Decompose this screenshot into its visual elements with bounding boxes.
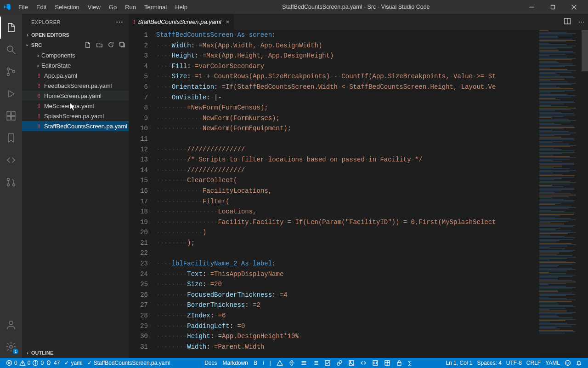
feedback-icon[interactable] — [562, 358, 573, 368]
svg-point-15 — [7, 184, 10, 186]
svg-point-44 — [565, 361, 571, 366]
bulb-icon — [45, 360, 52, 366]
yaml-file-icon: ! — [35, 72, 43, 79]
status-yaml-check[interactable]: ✓ yaml — [62, 358, 85, 368]
file-home[interactable]: ! HomeScreen.pa.yaml — [22, 91, 129, 101]
menu-edit[interactable]: Edit — [33, 2, 50, 12]
svg-rect-1 — [551, 5, 554, 9]
strike-icon[interactable] — [286, 358, 297, 368]
accounts-activity[interactable] — [0, 314, 22, 336]
notifications-icon[interactable] — [573, 358, 584, 368]
menu-run[interactable]: Run — [121, 2, 140, 12]
status-eol[interactable]: CRLF — [524, 358, 543, 368]
editor-body[interactable]: 1234567891011121314151617181920212223242… — [129, 30, 588, 358]
search-activity[interactable] — [0, 39, 22, 61]
file-app[interactable]: ! App.pa.yaml — [22, 70, 129, 80]
new-file-icon[interactable] — [85, 41, 91, 49]
src-label: SRC — [31, 42, 42, 48]
image-icon[interactable] — [346, 358, 357, 368]
file-feedback[interactable]: ! FeedbackScreen.pa.yaml — [22, 80, 129, 91]
file-me[interactable]: ! MeScreen.pa.yaml — [22, 101, 129, 111]
scrollbar-thumb[interactable] — [582, 30, 588, 71]
tab-staffbedcounts[interactable]: ! StaffBedCountsScreen.pa.yaml × — [129, 14, 234, 30]
checkbox-icon[interactable] — [322, 358, 333, 368]
vscode-logo-icon — [4, 3, 11, 11]
svg-point-17 — [9, 321, 13, 325]
status-markdown[interactable]: Markdown — [220, 358, 250, 368]
src-section[interactable]: › SRC — [22, 40, 129, 50]
status-docs[interactable]: Docs — [202, 358, 219, 368]
source-control-activity[interactable] — [0, 61, 22, 83]
svg-point-38 — [350, 362, 351, 362]
code-icon[interactable] — [358, 358, 369, 368]
refresh-icon[interactable] — [107, 41, 114, 49]
settings-badge: 1 — [13, 349, 18, 354]
sidebar-more-icon[interactable]: ⋯ — [116, 17, 124, 26]
status-italic[interactable]: i — [260, 358, 266, 368]
yaml-file-icon: ! — [133, 18, 135, 25]
vertical-scrollbar[interactable] — [582, 30, 588, 358]
list-icon[interactable] — [298, 358, 309, 368]
lock-icon[interactable] — [394, 358, 405, 368]
editor-tabs: ! StaffBedCountsScreen.pa.yaml × ⋯ — [129, 14, 588, 30]
folder-editorstate[interactable]: › EditorState — [22, 60, 129, 70]
status-bold[interactable]: B — [251, 358, 260, 368]
minimap[interactable] — [537, 30, 582, 358]
minimize-button[interactable] — [521, 0, 542, 14]
tab-close-icon[interactable]: × — [226, 18, 230, 25]
git-pr-activity[interactable] — [0, 171, 22, 193]
open-editors-section[interactable]: › OPEN EDITORS — [22, 30, 129, 40]
status-language[interactable]: YAML — [543, 358, 562, 368]
chevron-right-icon: › — [24, 350, 31, 356]
status-encoding[interactable]: UTF-8 — [504, 358, 524, 368]
settings-activity[interactable]: 1 — [0, 336, 22, 358]
menu-file[interactable]: File — [15, 2, 32, 12]
more-actions-icon[interactable]: ⋯ — [578, 18, 584, 25]
bookmarks-activity[interactable] — [0, 127, 22, 149]
check-icon: ✓ — [87, 360, 92, 366]
close-button[interactable] — [563, 0, 584, 14]
svg-rect-13 — [11, 116, 15, 120]
link-icon[interactable] — [334, 358, 345, 368]
status-middle-icons: Docs Markdown B i | ∑ — [202, 358, 414, 368]
warn-icon[interactable] — [274, 358, 285, 368]
menu-terminal[interactable]: Terminal — [141, 2, 170, 12]
status-spaces[interactable]: Spaces: 4 — [475, 358, 503, 368]
codeblock-icon[interactable] — [370, 358, 381, 368]
svg-marker-9 — [9, 91, 14, 97]
chevron-down-icon: › — [25, 41, 30, 49]
menu-view[interactable]: View — [84, 2, 104, 12]
activitybar: 1 — [0, 14, 22, 358]
svg-point-28 — [35, 362, 36, 362]
new-folder-icon[interactable] — [96, 41, 103, 49]
status-file[interactable]: ✓ StaffBedCountsScreen.pa.yaml — [85, 358, 173, 368]
file-staffbedcounts[interactable]: ! StaffBedCountsScreen.pa.yaml — [22, 121, 129, 131]
status-position[interactable]: Ln 1, Col 1 — [443, 358, 475, 368]
yaml-file-icon: ! — [35, 92, 43, 99]
svg-point-18 — [10, 345, 12, 348]
collapse-all-icon[interactable] — [119, 41, 126, 49]
maximize-button[interactable] — [542, 0, 563, 14]
table-icon[interactable] — [382, 358, 393, 368]
menu-go[interactable]: Go — [105, 2, 120, 12]
run-debug-activity[interactable] — [0, 83, 22, 105]
explorer-activity[interactable] — [0, 17, 22, 39]
status-problems[interactable]: 0 0 0 47 — [4, 358, 62, 368]
split-editor-icon[interactable] — [564, 17, 571, 26]
code-content[interactable]: StaffBedCountsScreen·As·screen:····Width… — [156, 30, 588, 358]
formula-icon[interactable]: ∑ — [406, 358, 414, 368]
titlebar: FileEditSelectionViewGoRunTerminalHelp S… — [0, 0, 588, 14]
menu-help[interactable]: Help — [171, 2, 191, 12]
svg-point-4 — [7, 46, 13, 52]
number-list-icon[interactable] — [310, 358, 321, 368]
status-divider: | — [267, 358, 273, 368]
svg-rect-11 — [11, 112, 15, 115]
extensions-activity[interactable] — [0, 105, 22, 127]
folder-components[interactable]: › Components — [22, 50, 129, 60]
tab-label: StaffBedCountsScreen.pa.yaml — [138, 18, 221, 25]
svg-point-16 — [13, 184, 15, 186]
xml-activity[interactable] — [0, 149, 22, 171]
outline-section[interactable]: › OUTLINE — [22, 348, 129, 358]
file-splash[interactable]: ! SplashScreen.pa.yaml — [22, 111, 129, 121]
menu-selection[interactable]: Selection — [51, 2, 83, 12]
